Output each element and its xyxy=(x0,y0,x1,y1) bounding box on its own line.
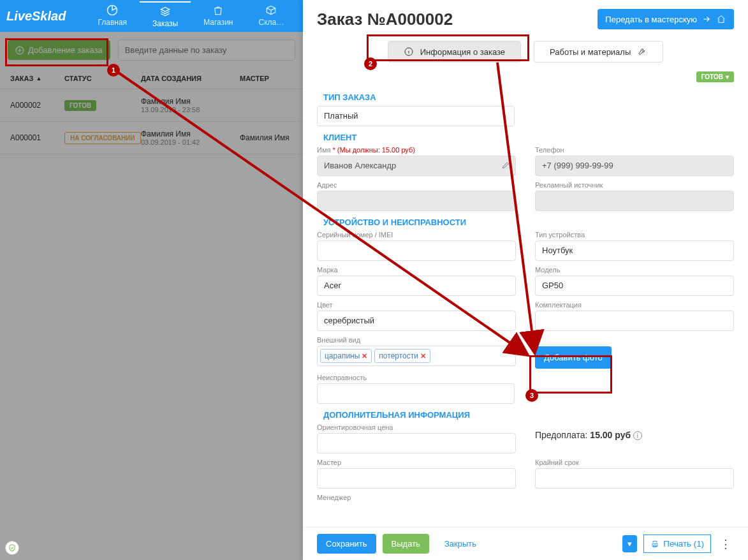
section-extra: ДОПОЛНИТЕЛЬНАЯ ИНФОРМАЦИЯ xyxy=(323,410,734,420)
nav-label-warehouse: Скла… xyxy=(258,18,284,27)
info-icon xyxy=(404,47,414,57)
save-button[interactable]: Сохранить xyxy=(317,534,376,554)
table-header: ЗАКАЗ▲ СТАТУС ДАТА СОЗДАНИЯ МАСТЕР xyxy=(0,68,303,89)
transfer-button[interactable]: Передать в мастерскую xyxy=(598,9,734,29)
order-type-input[interactable]: Платный xyxy=(317,106,515,126)
kit-label: Комплектация xyxy=(535,301,734,309)
tag-remove-icon[interactable]: ✕ xyxy=(420,352,426,360)
col-id[interactable]: ЗАКАЗ▲ xyxy=(10,75,64,82)
color-input[interactable]: серебристый xyxy=(317,311,516,331)
brand-label: Марка xyxy=(317,266,516,274)
more-menu-icon[interactable]: ⋮ xyxy=(717,537,734,551)
print-button[interactable]: Печать (1) xyxy=(643,534,711,553)
look-tag[interactable]: царапины✕ xyxy=(320,349,372,363)
pie-icon xyxy=(106,4,119,17)
defect-label: Неисправность xyxy=(317,374,515,381)
look-label: Внешний вид xyxy=(317,336,516,344)
cell-date: 13.09.2019 - 23:58 xyxy=(141,106,240,114)
tag-remove-icon[interactable]: ✕ xyxy=(362,352,367,360)
address-input[interactable] xyxy=(317,191,516,211)
search-input[interactable] xyxy=(118,40,295,61)
nav-item-home[interactable]: Главная xyxy=(85,1,140,31)
arrow-right-icon xyxy=(702,15,711,24)
nav-label-home: Главная xyxy=(98,18,127,27)
cell-name: Фамилия Имя xyxy=(141,129,240,138)
form-scroll[interactable]: ТИП ЗАКАЗА Платный КЛИЕНТ Имя * (Мы долж… xyxy=(303,86,748,527)
col-master[interactable]: МАСТЕР xyxy=(240,75,293,82)
model-input[interactable]: GP50 xyxy=(535,276,734,296)
nav-items: Главная Заказы Магазин Скла… xyxy=(85,1,297,31)
devtype-input[interactable]: Ноутбук xyxy=(535,240,734,261)
table-row[interactable]: A000002 ГОТОВ Фамилия Имя 13.09.2019 - 2… xyxy=(0,89,303,122)
kit-input[interactable] xyxy=(535,311,734,331)
section-client: КЛИЕНТ xyxy=(323,133,734,142)
issue-button[interactable]: Выдать xyxy=(383,534,429,554)
plus-circle-icon xyxy=(15,46,24,55)
phone-label: Телефон xyxy=(535,146,734,154)
cell-date: 03.09.2019 - 01:42 xyxy=(141,138,240,146)
panel-header: Заказ №А000002 Передать в мастерскую xyxy=(303,0,748,36)
col-status[interactable]: СТАТУС xyxy=(64,75,141,82)
look-tags-input[interactable]: царапины✕ потертости✕ xyxy=(317,346,516,366)
cell-name: Фамилия Имя xyxy=(141,97,240,106)
deadline-input[interactable] xyxy=(535,468,734,489)
deadline-label: Крайний срок xyxy=(535,459,734,466)
color-label: Цвет xyxy=(317,301,516,309)
phone-input[interactable]: +7 (999) 999-99-99 xyxy=(535,156,734,176)
serial-label: Серийный номер / IMEI xyxy=(317,231,516,239)
bag-icon xyxy=(212,4,224,17)
master-input[interactable] xyxy=(317,468,516,489)
info-circle-icon[interactable]: i xyxy=(633,431,642,440)
client-name-input[interactable]: Иванов Александр xyxy=(317,156,516,176)
chevron-down-icon: ▾ xyxy=(726,73,729,80)
nav-item-shop[interactable]: Магазин xyxy=(191,1,246,31)
tab-info-label: Информация о заказе xyxy=(420,47,505,57)
status-badge: НА СОГЛАСОВАНИИ xyxy=(64,132,141,144)
section-device: УСТРОЙСТВО И НЕИСПРАВНОСТИ xyxy=(323,217,734,227)
order-panel: Заказ №А000002 Передать в мастерскую Инф… xyxy=(303,0,748,560)
add-order-button[interactable]: Добавление заказа xyxy=(8,40,110,60)
status-badge: ГОТОВ xyxy=(64,100,96,111)
tabs-row: Информация о заказе Работы и материалы xyxy=(303,36,748,71)
manager-label: Менеджер xyxy=(317,494,515,501)
sort-asc-icon: ▲ xyxy=(36,75,41,82)
master-label: Мастер xyxy=(317,459,516,466)
tab-work[interactable]: Работы и материалы xyxy=(534,41,663,63)
wrench-icon xyxy=(637,47,647,57)
shield-check-icon[interactable] xyxy=(5,541,19,555)
defect-input[interactable] xyxy=(317,383,515,404)
transfer-label: Передать в мастерскую xyxy=(605,15,697,24)
nav-label-orders: Заказы xyxy=(152,19,178,28)
status-pill[interactable]: ГОТОВ▾ xyxy=(696,71,734,82)
prepay-text: Предоплата: 15.00 руб i xyxy=(535,424,734,440)
edit-icon[interactable] xyxy=(501,161,510,172)
orders-list-area: Добавление заказа ЗАКАЗ▲ СТАТУС ДАТА СОЗ… xyxy=(0,32,303,560)
brand-input[interactable]: Acer xyxy=(317,276,516,296)
name-label: Имя * (Мы должны: 15.00 руб) xyxy=(317,146,516,154)
table-row[interactable]: A000001 НА СОГЛАСОВАНИИ Фамилия Имя 03.0… xyxy=(0,122,303,154)
tab-info[interactable]: Информация о заказе xyxy=(388,41,521,63)
close-button[interactable]: Закрыть xyxy=(436,534,485,554)
stack-icon xyxy=(159,5,172,18)
box-icon xyxy=(265,4,277,17)
price-input[interactable] xyxy=(317,433,516,453)
serial-input[interactable] xyxy=(317,240,516,261)
list-toolbar: Добавление заказа xyxy=(0,32,303,68)
model-label: Модель xyxy=(535,266,734,274)
cell-id: A000002 xyxy=(10,101,64,110)
adsource-label: Рекламный источник xyxy=(535,181,734,189)
devtype-label: Тип устройства xyxy=(535,231,734,239)
page-title: Заказ №А000002 xyxy=(317,10,453,29)
add-photo-button[interactable]: Добавить фото xyxy=(535,346,612,369)
panel-footer: Сохранить Выдать Закрыть ▾ Печать (1) ⋮ xyxy=(303,527,748,560)
nav-item-orders[interactable]: Заказы xyxy=(140,1,191,31)
section-order-type: ТИП ЗАКАЗА xyxy=(323,92,734,102)
add-order-label: Добавление заказа xyxy=(28,45,103,55)
col-created[interactable]: ДАТА СОЗДАНИЯ xyxy=(141,75,240,82)
adsource-input[interactable] xyxy=(535,191,734,211)
dropdown-toggle[interactable]: ▾ xyxy=(622,535,637,552)
logo: LiveSklad xyxy=(6,9,66,24)
look-tag[interactable]: потертости✕ xyxy=(374,349,430,363)
nav-item-warehouse[interactable]: Скла… xyxy=(246,1,297,31)
nav-label-shop: Магазин xyxy=(203,18,233,27)
